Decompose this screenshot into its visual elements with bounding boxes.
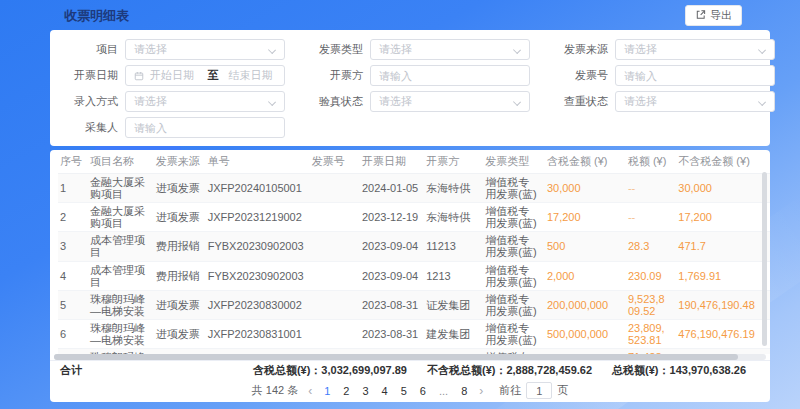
export-button[interactable]: 导出 — [685, 5, 742, 26]
filter-field-invoice-no: 发票号 — [546, 65, 775, 86]
cell-invoice-source: 进项发票 — [154, 203, 206, 232]
table-row[interactable]: 2金融大厦采购项目进项发票JXFP202312190022023-12-19东海… — [58, 203, 770, 232]
cell-amount-excl-tax: 476,190,476.19 — [676, 319, 770, 348]
filter-invoice-date-range-picker[interactable]: 开始日期至结束日期 — [125, 65, 285, 86]
cell-amount-excl-tax: 1,769.91 — [676, 261, 770, 290]
filter-invoice-source-placeholder: 请选择 — [624, 42, 657, 57]
summary-total-label: 合计 — [60, 363, 82, 378]
page-number-8[interactable]: 8 — [459, 385, 469, 397]
cell-amount-incl-tax: 17,200 — [545, 203, 626, 232]
page-number-4[interactable]: 4 — [380, 385, 390, 397]
cell-issuer: 建发集团 — [424, 319, 483, 348]
cell-project-name: 珠穆朗玛峰—电梯安装 — [88, 319, 154, 348]
filter-field-entry-method: 录入方式请选择 — [56, 91, 285, 112]
chevron-down-icon — [758, 46, 766, 54]
cell-invoice-type: 增值税专用发票(蓝) — [483, 290, 545, 319]
cell-doc-no: FYBX20230902003 — [206, 261, 310, 290]
column-header-amount-excl-tax: 不含税金额 (¥) — [676, 150, 770, 174]
cell-no: 3 — [58, 232, 88, 261]
summary-item-value: 3,032,699,097.89 — [321, 364, 407, 376]
filter-field-invoice-date: 开票日期开始日期至结束日期 — [56, 65, 285, 86]
page-number-5[interactable]: 5 — [399, 385, 409, 397]
column-header-tax: 税额 (¥) — [626, 150, 676, 174]
cell-amount-incl-tax: 30,000 — [545, 174, 626, 203]
cell-amount-incl-tax: 2,000 — [545, 261, 626, 290]
top-bar: 收票明细表 导出 — [50, 0, 770, 30]
filter-label-invoice-source: 发票来源 — [546, 42, 608, 57]
filter-collector-input[interactable] — [125, 117, 285, 138]
cell-invoice-type: 增值税专用发票(蓝) — [483, 261, 545, 290]
chevron-down-icon — [513, 98, 521, 106]
goto-label: 前往 — [499, 383, 521, 398]
filter-issuer-input[interactable] — [370, 65, 530, 86]
cell-invoice-date: 2024-01-05 — [360, 174, 424, 203]
page-number-3[interactable]: 3 — [360, 385, 370, 397]
cell-doc-no: JXFP20230831001 — [206, 319, 310, 348]
horizontal-scrollbar-thumb[interactable] — [54, 354, 738, 360]
table-row[interactable]: 3成本管理项目费用报销FYBX202309020032023-09-041121… — [58, 232, 770, 261]
page-number-1[interactable]: 1 — [322, 385, 332, 397]
cell-doc-no: JXFP20240105001 — [206, 174, 310, 203]
page-ellipsis: ... — [437, 385, 450, 397]
table-row[interactable]: 6珠穆朗玛峰—电梯安装进项发票JXFP202308310012023-08-31… — [58, 319, 770, 348]
filter-project-select[interactable]: 请选择 — [125, 39, 285, 60]
filter-invoice-source-select[interactable]: 请选择 — [615, 39, 775, 60]
next-page-button[interactable]: › — [477, 384, 485, 398]
filter-field-invoice-source: 发票来源请选择 — [546, 39, 775, 60]
table-row[interactable]: 5珠穆朗玛峰—电梯安装进项发票JXFP202308300022023-08-31… — [58, 290, 770, 319]
cell-invoice-date: 2023-08-31 — [360, 319, 424, 348]
summary-item-1: 不含税总额(¥)：2,888,728,459.62 — [427, 363, 592, 378]
cell-no: 2 — [58, 203, 88, 232]
filter-invoice-no-input[interactable] — [615, 65, 775, 86]
cell-issuer: 证发集团 — [424, 290, 483, 319]
filter-label-verify-status: 验真状态 — [301, 94, 363, 109]
chevron-down-icon — [268, 46, 276, 54]
page-number-6[interactable]: 6 — [418, 385, 428, 397]
column-header-no: 序号 — [58, 150, 88, 174]
summary-item-value: 2,888,728,459.62 — [506, 364, 592, 376]
prev-page-button[interactable]: ‹ — [306, 384, 314, 398]
cell-doc-no: JXFP20230830002 — [206, 290, 310, 319]
invoice-table: 序号项目名称发票来源单号发票号开票日期开票方发票类型含税金额 (¥)税额 (¥)… — [58, 150, 770, 354]
page-number-2[interactable]: 2 — [341, 385, 351, 397]
filter-verify-status-select[interactable]: 请选择 — [370, 91, 530, 112]
cell-invoice-type: 增值税专用发票(蓝) — [483, 174, 545, 203]
cell-invoice-type: 增值税专用发票(蓝) — [483, 232, 545, 261]
cell-project-name: 金融大厦采购项目 — [88, 174, 154, 203]
goto-page-input[interactable] — [526, 382, 552, 399]
pagination: 共 142 条 ‹ 123456...8 › 前往 页 — [50, 382, 770, 399]
cell-amount-excl-tax: 471.7 — [676, 232, 770, 261]
cell-issuer: 东海特供 — [424, 203, 483, 232]
cell-amount-excl-tax: 190,476,190.48 — [676, 290, 770, 319]
column-header-project-name: 项目名称 — [88, 150, 154, 174]
cell-invoice-type: 增值税专用发票(蓝) — [483, 319, 545, 348]
table-row[interactable]: 1金融大厦采购项目进项发票JXFP202401050012024-01-05东海… — [58, 174, 770, 203]
cell-tax: -- — [626, 203, 676, 232]
cell-invoice-source: 费用报销 — [154, 261, 206, 290]
goto-page: 前往 页 — [499, 382, 568, 399]
cell-project-name: 金融大厦采购项目 — [88, 203, 154, 232]
filter-dupcheck-status-select[interactable]: 请选择 — [615, 91, 775, 112]
start-date-placeholder: 开始日期 — [150, 68, 198, 83]
cell-invoice-no — [310, 261, 360, 290]
horizontal-scrollbar[interactable] — [54, 354, 766, 360]
cell-invoice-date: 2023-08-31 — [360, 290, 424, 319]
cell-tax: 230.09 — [626, 261, 676, 290]
column-header-invoice-type: 发票类型 — [483, 150, 545, 174]
table-row[interactable]: 4成本管理项目费用报销FYBX202309020032023-09-041213… — [58, 261, 770, 290]
date-range-separator: 至 — [208, 68, 219, 83]
vertical-scrollbar[interactable] — [762, 172, 767, 346]
filter-panel: 项目请选择发票类型请选择发票来源请选择开票日期开始日期至结束日期开票方发票号录入… — [50, 30, 770, 146]
filter-invoice-type-select[interactable]: 请选择 — [370, 39, 530, 60]
table-header-row: 序号项目名称发票来源单号发票号开票日期开票方发票类型含税金额 (¥)税额 (¥)… — [58, 150, 770, 174]
cell-invoice-no — [310, 174, 360, 203]
filter-dupcheck-status-placeholder: 请选择 — [624, 94, 657, 109]
filter-label-project: 项目 — [56, 42, 118, 57]
calendar-icon — [134, 71, 144, 81]
filter-entry-method-select[interactable]: 请选择 — [125, 91, 285, 112]
page-title: 收票明细表 — [64, 7, 129, 25]
cell-issuer: 1213 — [424, 261, 483, 290]
filter-label-dupcheck-status: 查重状态 — [546, 94, 608, 109]
cell-tax: 23,809,523.81 — [626, 319, 676, 348]
cell-no: 5 — [58, 290, 88, 319]
